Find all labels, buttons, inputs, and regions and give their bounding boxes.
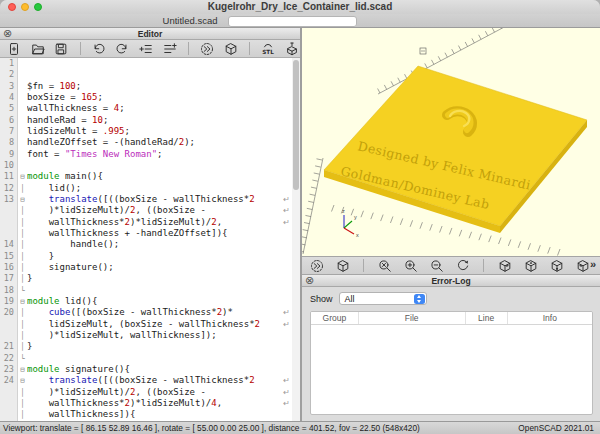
column-header-info[interactable]: Info <box>508 312 592 324</box>
code-line[interactable]: 21│} <box>0 341 300 352</box>
code-line[interactable]: 23⊟module signature(){ <box>0 364 300 375</box>
code-line[interactable]: 18└ <box>0 285 300 296</box>
column-header-group[interactable]: Group <box>311 312 359 324</box>
fold-guide: │ <box>18 205 27 216</box>
code-line[interactable]: │ wallThickness + -handleZOffset]){ <box>0 228 300 239</box>
save-file-button[interactable] <box>53 41 70 56</box>
code-line[interactable]: │ wallThickness*2)*lidSizeMult)/2,↵ <box>0 217 300 228</box>
code-line[interactable]: 13⊟ translate([((boxSize - wallThickness… <box>0 194 300 205</box>
error-log-panel: ⊗ Error-Log Show All GroupFileLineInfo <box>302 275 600 421</box>
reset-view-button[interactable] <box>454 258 471 273</box>
indent-button[interactable] <box>138 41 155 56</box>
undo-button[interactable] <box>91 41 108 56</box>
fold-toggle-icon[interactable]: ⊟ <box>18 296 27 307</box>
openscad-window: Kugelrohr_Dry_Ice_Container_lid.scad Unt… <box>0 0 600 434</box>
code-line[interactable]: │ wallThickness]){ <box>0 409 300 420</box>
fold-guide: │ <box>18 307 27 318</box>
z-axis-ruler <box>302 158 323 254</box>
error-log-header: ⊗ Error-Log <box>302 275 600 287</box>
filter-dropdown[interactable]: All <box>339 292 427 305</box>
zoom-out-button[interactable] <box>428 258 445 273</box>
code-text: wallThickness*2)*lidSizeMult)/4, <box>27 398 300 409</box>
code-line[interactable]: │ )*lidSizeMult)/2, ((boxSize -↵ <box>0 387 300 398</box>
filename-field[interactable] <box>228 16 357 27</box>
editor-scrollbar-thumb[interactable] <box>293 60 299 190</box>
code-line[interactable]: 7lidSizeMult = .995; <box>0 126 300 137</box>
fold-toggle-icon[interactable]: ⊟ <box>18 364 27 375</box>
editor-panel-header: ⊗ Editor <box>0 28 300 40</box>
redo-button[interactable] <box>114 41 131 56</box>
error-log-title: Error-Log <box>302 276 600 286</box>
code-line[interactable]: 9font = "Times New Roman"; <box>0 149 300 160</box>
code-line[interactable]: │ )*lidSizeMult, wallThickness]); <box>0 330 300 341</box>
code-text: handle(); <box>27 239 300 250</box>
print-3d-button[interactable] <box>283 41 300 56</box>
wrap-indicator-icon: ↵ <box>283 217 290 228</box>
new-file-button[interactable] <box>6 41 23 56</box>
view-left-button[interactable] <box>574 258 591 273</box>
toolbar-overflow-button[interactable]: » <box>590 258 596 270</box>
code-line[interactable]: 2 <box>0 69 300 80</box>
render-button[interactable] <box>334 258 351 273</box>
code-line[interactable]: 3$fn = 100; <box>0 81 300 92</box>
line-number: 16 <box>0 262 18 273</box>
fold-guide: │ <box>18 319 27 330</box>
code-line[interactable]: 14│ handle(); <box>0 239 300 250</box>
line-number: 3 <box>0 81 18 92</box>
column-header-file[interactable]: File <box>359 312 466 324</box>
code-text: handleRad = 10; <box>27 115 300 126</box>
error-log-table[interactable]: GroupFileLineInfo <box>310 311 593 415</box>
fold-guide: │ <box>18 273 27 284</box>
code-line[interactable]: │ lidSizeMult, (boxSize - wallThickness*… <box>0 319 300 330</box>
code-line[interactable]: 4boxSize = 165; <box>0 92 300 103</box>
open-file-button[interactable] <box>30 41 47 56</box>
editor-scrollbar[interactable] <box>292 58 300 421</box>
preview-button[interactable] <box>308 258 325 273</box>
preview-icon <box>200 42 214 56</box>
code-line[interactable]: 17│} <box>0 273 300 284</box>
view-right-button[interactable] <box>496 258 513 273</box>
code-line[interactable]: 6handleRad = 10; <box>0 115 300 126</box>
render-button[interactable] <box>222 41 239 56</box>
open-file-icon <box>31 42 45 56</box>
code-editor[interactable]: 123$fn = 100;4boxSize = 165;5wallThickne… <box>0 58 300 421</box>
code-line[interactable]: 1 <box>0 58 300 69</box>
code-line[interactable]: │ wallThickness*2)*lidSizeMult)/4,↵ <box>0 398 300 409</box>
fold-guide <box>18 69 27 80</box>
code-text: } <box>27 273 300 284</box>
wrap-indicator-icon: ↵ <box>283 307 290 318</box>
view-top-button[interactable] <box>522 258 539 273</box>
unindent-button[interactable] <box>161 41 178 56</box>
code-line[interactable]: 11⊟module main(){ <box>0 171 300 182</box>
fold-toggle-icon[interactable]: ⊟ <box>18 194 27 205</box>
code-line[interactable]: 22└ <box>0 353 300 364</box>
code-line[interactable]: 8handleZOffset = -(handleRad/2); <box>0 137 300 148</box>
fold-toggle-icon[interactable]: ⊟ <box>18 171 27 182</box>
code-line[interactable]: │ )*lidSizeMult)/2, ((boxSize -↵ <box>0 205 300 216</box>
view-right-icon <box>498 259 512 273</box>
code-text: boxSize = 165; <box>27 92 300 103</box>
export-stl-button[interactable]: STL <box>260 41 277 56</box>
line-number: 2 <box>0 69 18 80</box>
preview-button[interactable] <box>199 41 216 56</box>
tab-untitled[interactable]: Untitled.scad <box>140 15 240 26</box>
code-line[interactable]: 24⊟ translate([((boxSize - wallThickness… <box>0 375 300 386</box>
code-line[interactable]: 16│ signature(); <box>0 262 300 273</box>
zoom-in-button[interactable] <box>402 258 419 273</box>
code-text: wallThickness + -handleZOffset]){ <box>27 228 300 239</box>
3d-viewport[interactable]: ​ Designed by Felix Minardi Goldman/Domi… <box>302 28 600 256</box>
code-line[interactable]: 12│ lid(); <box>0 183 300 194</box>
code-line[interactable]: 15│ } <box>0 251 300 262</box>
code-text: } <box>27 251 300 262</box>
code-line[interactable]: 20│ cube([(boxSize - wallThickness*2)*↵ <box>0 307 300 318</box>
zoom-all-button[interactable] <box>376 258 393 273</box>
column-header-line[interactable]: Line <box>466 312 508 324</box>
code-line[interactable]: 19⊟module lid(){ <box>0 296 300 307</box>
reset-view-icon <box>456 259 470 273</box>
code-line[interactable]: 5wallThickness = 4; <box>0 103 300 114</box>
fold-toggle-icon[interactable]: ⊟ <box>18 375 27 386</box>
view-bottom-button[interactable] <box>548 258 565 273</box>
view-top-icon <box>524 259 538 273</box>
code-line[interactable]: 10 <box>0 160 300 171</box>
export-stl-icon: STL <box>261 42 275 56</box>
